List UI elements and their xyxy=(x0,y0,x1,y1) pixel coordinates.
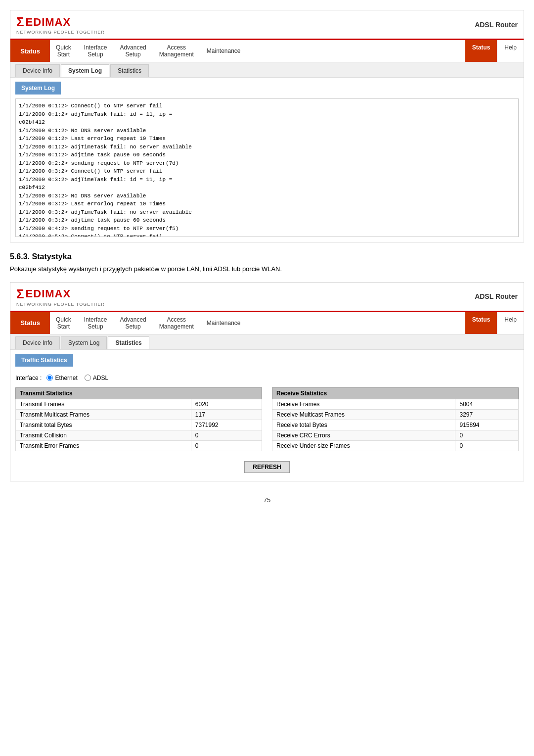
nav-row-2: Status QuickStart InterfaceSetup Advance… xyxy=(10,312,524,334)
nav-access-management-2[interactable]: AccessManagement xyxy=(157,312,196,334)
logo-sub-2: NETWORKING PEOPLE TOGETHER xyxy=(16,302,105,307)
table-row: Transmit Error Frames 0 xyxy=(16,440,262,451)
edimax-logo-1: Σ EDIMAX NETWORKING PEOPLE TOGETHER xyxy=(16,14,105,35)
rx-undersize-value: 0 xyxy=(455,440,519,451)
table-row: Receive CRC Errors 0 xyxy=(272,430,519,440)
radio-adsl-input[interactable] xyxy=(85,375,91,381)
subtab-device-info-2[interactable]: Device Info xyxy=(15,336,60,349)
nav-maintenance-2[interactable]: Maintenance xyxy=(205,316,243,331)
tx-frames-value: 6020 xyxy=(191,399,262,409)
nav-help-2[interactable]: Help xyxy=(497,312,524,334)
transmit-table: Transmit Statistics Transmit Frames 6020… xyxy=(15,387,262,451)
nav-access-management-1[interactable]: AccessManagement xyxy=(157,40,196,62)
section-label-container-2: Traffic Statistics xyxy=(10,350,524,371)
nav-advanced-setup-1[interactable]: AdvancedSetup xyxy=(118,40,148,62)
tx-bytes-value: 7371992 xyxy=(191,420,262,430)
rx-bytes-value: 915894 xyxy=(455,420,519,430)
subtab-system-log-1[interactable]: System Log xyxy=(61,64,109,77)
subtab-device-info-1[interactable]: Device Info xyxy=(15,64,60,77)
table-row: Transmit Multicast Frames 117 xyxy=(16,409,262,420)
rx-multicast-value: 3297 xyxy=(455,409,519,420)
radio-adsl[interactable]: ADSL xyxy=(85,375,108,381)
refresh-row: REFRESH xyxy=(15,457,519,477)
page-number: 75 xyxy=(10,496,524,504)
nav-end-2: Status Help xyxy=(465,312,524,334)
table-row: Receive Multicast Frames 3297 xyxy=(272,409,519,420)
radio-ethernet-label: Ethernet xyxy=(55,375,77,381)
table-row: Receive total Bytes 915894 xyxy=(272,420,519,430)
tx-collision-label: Transmit Collision xyxy=(16,430,191,440)
subtab-system-log-2[interactable]: System Log xyxy=(61,336,107,349)
radio-ethernet[interactable]: Ethernet xyxy=(46,375,77,381)
tx-multicast-label: Transmit Multicast Frames xyxy=(16,409,191,420)
subtab-row-2: Device Info System Log Statistics xyxy=(10,334,524,350)
table-row: Receive Under-size Frames 0 xyxy=(272,440,519,451)
router-header-1: Σ EDIMAX NETWORKING PEOPLE TOGETHER ADSL… xyxy=(10,10,524,40)
adsl-label-2: ADSL Router xyxy=(475,292,518,300)
rx-multicast-label: Receive Multicast Frames xyxy=(272,409,455,420)
nav-items-1: QuickStart InterfaceSetup AdvancedSetup … xyxy=(50,40,465,62)
nav-help-1[interactable]: Help xyxy=(497,40,524,62)
receive-header: Receive Statistics xyxy=(272,387,519,399)
nav-end-1: Status Help xyxy=(465,40,524,62)
table-row: Transmit total Bytes 7371992 xyxy=(16,420,262,430)
rx-bytes-label: Receive total Bytes xyxy=(272,420,455,430)
rx-crc-value: 0 xyxy=(455,430,519,440)
table-row: Receive Frames 5004 xyxy=(272,399,519,409)
nav-quick-start-2[interactable]: QuickStart xyxy=(54,312,73,334)
rx-crc-label: Receive CRC Errors xyxy=(272,430,455,440)
nav-status-1[interactable]: Status xyxy=(465,40,497,62)
traffic-statistics-label: Traffic Statistics xyxy=(15,354,73,367)
section-heading: 5.6.3. Statystyka xyxy=(10,252,524,261)
nav-status-2[interactable]: Status xyxy=(465,312,497,334)
rx-undersize-label: Receive Under-size Frames xyxy=(272,440,455,451)
nav-quick-start-1[interactable]: QuickStart xyxy=(54,40,73,62)
interface-row: Interface : Ethernet ADSL xyxy=(15,375,519,381)
nav-interface-setup-2[interactable]: InterfaceSetup xyxy=(82,312,109,334)
tx-bytes-label: Transmit total Bytes xyxy=(16,420,191,430)
router-header-2: Σ EDIMAX NETWORKING PEOPLE TOGETHER ADSL… xyxy=(10,283,524,312)
rx-frames-value: 5004 xyxy=(455,399,519,409)
tx-multicast-value: 117 xyxy=(191,409,262,420)
nav-row-1: Status QuickStart InterfaceSetup Advance… xyxy=(10,40,524,62)
stats-section: Interface : Ethernet ADSL Transmit Stati… xyxy=(10,371,524,481)
sigma-icon-1: Σ xyxy=(16,14,25,30)
logo-main-1: Σ EDIMAX xyxy=(16,14,71,30)
nav-interface-setup-1[interactable]: InterfaceSetup xyxy=(82,40,109,62)
logo-sub-1: NETWORKING PEOPLE TOGETHER xyxy=(16,30,105,35)
table-row: Transmit Frames 6020 xyxy=(16,399,262,409)
rx-frames-label: Receive Frames xyxy=(272,399,455,409)
radio-adsl-label: ADSL xyxy=(93,375,108,381)
logo-text-1: EDIMAX xyxy=(26,16,71,29)
nav-advanced-setup-2[interactable]: AdvancedSetup xyxy=(118,312,148,334)
subtab-statistics-2[interactable]: Statistics xyxy=(108,336,149,349)
log-content[interactable]: 1/1/2000 0:1:2> Connect() to NTP server … xyxy=(15,98,519,237)
tx-error-label: Transmit Error Frames xyxy=(16,440,191,451)
table-row: Transmit Collision 0 xyxy=(16,430,262,440)
subtab-statistics-1[interactable]: Statistics xyxy=(110,64,149,77)
stats-tables: Transmit Statistics Transmit Frames 6020… xyxy=(15,387,519,451)
nav-items-2: QuickStart InterfaceSetup AdvancedSetup … xyxy=(50,312,465,334)
logo-text-2: EDIMAX xyxy=(26,287,71,300)
panel-statistics: Σ EDIMAX NETWORKING PEOPLE TOGETHER ADSL… xyxy=(10,282,524,481)
interface-label: Interface : xyxy=(15,375,42,381)
adsl-label-1: ADSL Router xyxy=(475,21,518,29)
status-button-1[interactable]: Status xyxy=(10,40,50,62)
radio-ethernet-input[interactable] xyxy=(46,375,53,381)
logo-main-2: Σ EDIMAX xyxy=(16,286,71,302)
subtab-row-1: Device Info System Log Statistics xyxy=(10,62,524,78)
section-label-container-1: System Log xyxy=(10,78,524,98)
tx-frames-label: Transmit Frames xyxy=(16,399,191,409)
tx-collision-value: 0 xyxy=(191,430,262,440)
nav-maintenance-1[interactable]: Maintenance xyxy=(205,44,243,58)
status-button-2[interactable]: Status xyxy=(10,312,50,334)
section-desc: Pokazuje statystykę wysłanych i przyjęty… xyxy=(10,264,524,274)
sigma-icon-2: Σ xyxy=(16,286,25,302)
edimax-logo-2: Σ EDIMAX NETWORKING PEOPLE TOGETHER xyxy=(16,286,105,307)
refresh-button[interactable]: REFRESH xyxy=(244,461,289,473)
transmit-header: Transmit Statistics xyxy=(16,387,262,399)
system-log-label: System Log xyxy=(15,82,61,94)
receive-table: Receive Statistics Receive Frames 5004 R… xyxy=(272,387,519,451)
tx-error-value: 0 xyxy=(191,440,262,451)
radio-group: Ethernet ADSL xyxy=(46,375,108,381)
